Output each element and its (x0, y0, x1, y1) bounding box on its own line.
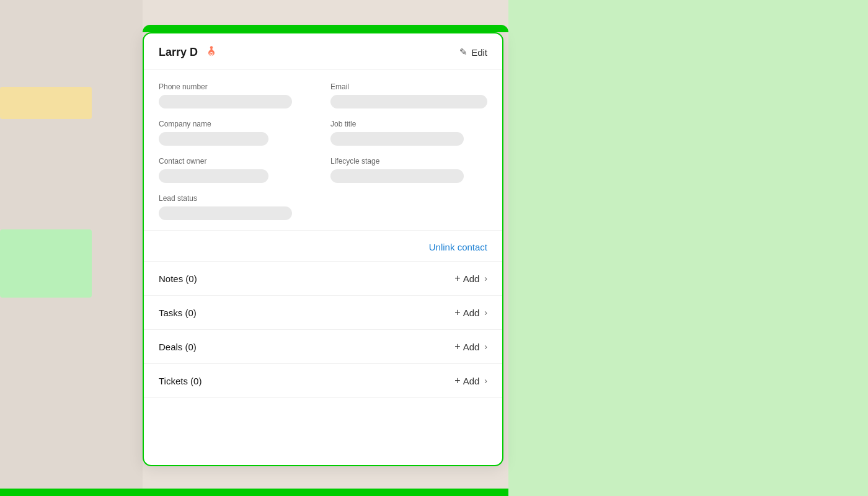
section-right-2: +Add› (454, 341, 487, 352)
section-right-3: +Add› (454, 375, 487, 386)
fields-section: Phone number Email Company name Job titl… (144, 70, 502, 231)
plus-icon: + (454, 341, 460, 352)
section-row-notes--0-: Notes (0)+Add› (144, 262, 502, 296)
field-company-label: Company name (159, 120, 316, 128)
field-jobtitle-value (330, 132, 464, 146)
field-email: Email (330, 82, 487, 108)
field-leadstatus-label: Lead status (159, 194, 316, 203)
sticky-note-yellow (0, 87, 92, 119)
edit-button[interactable]: ✎ Edit (459, 46, 487, 58)
add-label-1: Add (463, 308, 480, 318)
section-label-2: Deals (0) (159, 342, 197, 352)
right-green-area (508, 0, 868, 496)
field-leadstatus-value (159, 206, 292, 220)
unlink-row: Unlink contact (144, 231, 502, 262)
contact-name: Larry D (159, 46, 198, 59)
field-jobtitle-label: Job title (330, 120, 487, 128)
section-label-3: Tickets (0) (159, 376, 202, 386)
field-jobtitle: Job title (330, 120, 487, 146)
field-owner-label: Contact owner (159, 157, 316, 166)
section-label-0: Notes (0) (159, 273, 197, 284)
field-email-label: Email (330, 82, 487, 91)
field-phone: Phone number (159, 82, 316, 108)
sections-container: Notes (0)+Add›Tasks (0)+Add›Deals (0)+Ad… (144, 262, 502, 398)
fields-grid: Phone number Email Company name Job titl… (159, 82, 487, 220)
add-label-3: Add (463, 376, 480, 386)
field-lifecycle-label: Lifecycle stage (330, 157, 487, 166)
field-phone-label: Phone number (159, 82, 316, 91)
field-owner: Contact owner (159, 157, 316, 183)
plus-icon: + (454, 273, 460, 284)
add-label-2: Add (463, 342, 480, 352)
add-label-0: Add (463, 273, 480, 284)
field-phone-value (159, 95, 292, 108)
add-button-0[interactable]: +Add (454, 273, 479, 284)
chevron-right-icon[interactable]: › (484, 273, 487, 283)
sticky-note-green (0, 229, 92, 298)
add-button-2[interactable]: +Add (454, 341, 479, 352)
field-lifecycle: Lifecycle stage (330, 157, 487, 183)
pencil-icon: ✎ (459, 46, 467, 58)
section-label-1: Tasks (0) (159, 308, 197, 318)
section-right-1: +Add› (454, 307, 487, 318)
plus-icon: + (454, 375, 460, 386)
hubspot-icon (203, 45, 218, 60)
section-right-0: +Add› (454, 273, 487, 284)
section-row-deals--0-: Deals (0)+Add› (144, 330, 502, 364)
field-company: Company name (159, 120, 316, 146)
chevron-right-icon[interactable]: › (484, 376, 487, 386)
section-row-tickets--0-: Tickets (0)+Add› (144, 364, 502, 398)
section-row-tasks--0-: Tasks (0)+Add› (144, 296, 502, 330)
add-button-3[interactable]: +Add (454, 375, 479, 386)
chevron-right-icon[interactable]: › (484, 308, 487, 317)
field-leadstatus: Lead status (159, 194, 316, 220)
add-button-1[interactable]: +Add (454, 307, 479, 318)
contact-card-panel: Larry D ✎ Edit Phone number Email (143, 32, 503, 466)
chevron-right-icon[interactable]: › (484, 342, 487, 352)
field-lifecycle-value (330, 169, 464, 183)
field-company-value (159, 132, 268, 146)
top-green-bar (143, 25, 508, 32)
plus-icon: + (454, 307, 460, 318)
edit-label: Edit (471, 47, 487, 58)
header-left: Larry D (159, 45, 218, 60)
field-email-value (330, 95, 487, 108)
unlink-contact-button[interactable]: Unlink contact (429, 242, 487, 252)
card-header: Larry D ✎ Edit (144, 33, 502, 70)
bottom-green-bar (0, 489, 508, 496)
field-owner-value (159, 169, 268, 183)
